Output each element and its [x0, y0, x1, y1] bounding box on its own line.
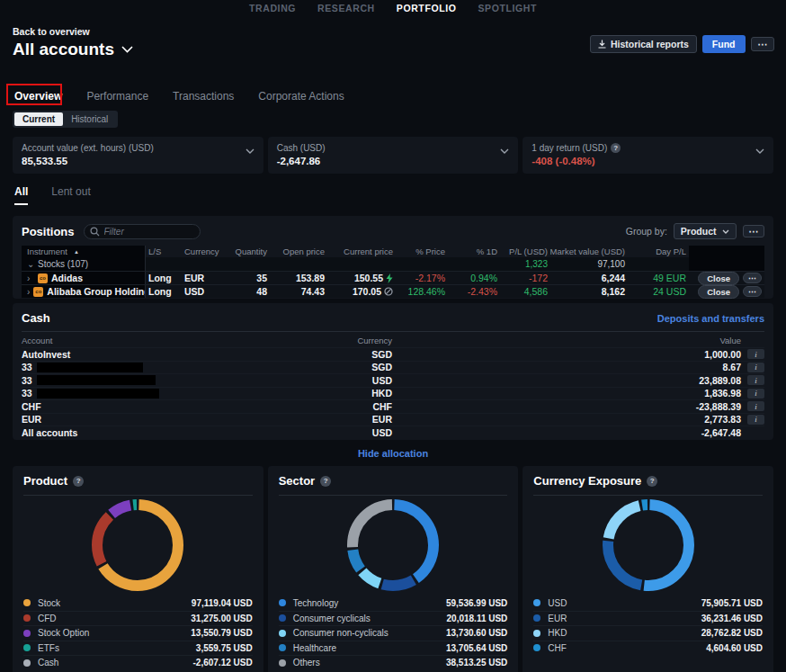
back-to-overview-link[interactable]: Back to overview	[13, 26, 133, 37]
account-name: 33	[22, 388, 32, 399]
positions-more-button[interactable]: ⋯	[743, 225, 765, 237]
account-name: 33	[22, 375, 32, 386]
legend-dot	[23, 644, 31, 651]
col-day-pl[interactable]: Day P/L	[628, 246, 689, 257]
nav-research[interactable]: RESEARCH	[317, 3, 375, 16]
row-more-button[interactable]: ⋯	[743, 273, 762, 283]
nav-spotlight[interactable]: SPOTLIGHT	[478, 3, 536, 16]
help-icon[interactable]: ?	[73, 476, 84, 487]
redacted-text	[37, 389, 159, 399]
tab-transactions[interactable]: Transactions	[173, 90, 234, 103]
tab-overview[interactable]: Overview	[14, 90, 62, 103]
header-more-button[interactable]: ⋯	[751, 37, 775, 51]
toggle-current[interactable]: Current	[14, 112, 63, 126]
col-value: Value	[392, 336, 741, 345]
toggle-historical[interactable]: Historical	[63, 112, 116, 126]
instrument-logo-icon: co	[33, 287, 43, 297]
position-row-alibaba[interactable]: › co Alibaba Group Holding Lt... Long US…	[22, 284, 764, 298]
col-cash-currency: Currency	[291, 336, 392, 345]
cash-total-row: All accounts USD -2,647.48	[22, 426, 764, 439]
row-more-button[interactable]: ⋯	[743, 286, 762, 297]
nav-trading[interactable]: TRADING	[249, 3, 296, 16]
top-navigation: TRADING RESEARCH PORTFOLIO SPOTLIGHT	[0, 0, 786, 16]
legend-item: USD75,905.71 USD	[533, 596, 763, 611]
day-pl-value: 24 USD	[628, 285, 689, 298]
expand-row-icon[interactable]: ›	[27, 273, 34, 283]
legend-item: CFD31,275.00 USD	[23, 611, 253, 626]
close-position-button[interactable]: Close	[698, 285, 739, 299]
tab-all[interactable]: All	[14, 185, 28, 205]
group-by-select[interactable]: Product	[674, 223, 737, 239]
instrument-name[interactable]: Adidas	[51, 273, 83, 283]
collapse-group-icon[interactable]: ⌄	[27, 259, 34, 269]
col-quantity[interactable]: Quantity	[225, 246, 270, 257]
currency-value: USD	[182, 285, 225, 298]
col-currency[interactable]: Currency	[182, 246, 225, 257]
day-return-card[interactable]: 1 day return (USD) ? -408 (-0.48%)	[523, 137, 773, 174]
account-name: 33	[22, 362, 32, 372]
legend-item: CHF4,604.60 USD	[533, 641, 763, 656]
tab-performance[interactable]: Performance	[86, 90, 148, 103]
product-allocation-card: Product ? Stock97,119.04 USD CFD31,275.0…	[13, 466, 263, 672]
help-icon[interactable]: ?	[320, 476, 331, 487]
col-pct-1d[interactable]: % 1D	[448, 246, 500, 257]
cash-card: Cash Deposits and transfers Account Curr…	[13, 303, 773, 440]
chevron-down-icon[interactable]	[755, 148, 764, 154]
cash-table-header: Account Currency Value	[22, 334, 764, 347]
legend-item: Healthcare13,705.64 USD	[279, 641, 508, 656]
currency-exposure-title: Currency Exposure	[533, 474, 641, 488]
account-name: AutoInvest	[22, 349, 291, 360]
pl-value: -172	[500, 272, 550, 284]
tab-corporate-actions[interactable]: Corporate Actions	[258, 90, 344, 103]
instrument-name[interactable]: Alibaba Group Holding Lt...	[47, 286, 146, 297]
info-button[interactable]: i	[747, 349, 764, 359]
open-price-value: 153.89	[270, 272, 327, 284]
search-icon	[90, 227, 100, 237]
legend-item: Others38,513.25 USD	[279, 655, 508, 670]
col-open-price[interactable]: Open price	[270, 246, 327, 257]
col-market-value[interactable]: Market value (USD)	[550, 246, 628, 257]
info-button[interactable]: i	[747, 363, 764, 372]
legend-item: Technology59,536.99 USD	[279, 596, 508, 611]
col-instrument[interactable]: Instrument▲	[22, 246, 146, 257]
col-account: Account	[22, 336, 291, 345]
hide-allocation-link[interactable]: Hide allocation	[358, 448, 428, 459]
historical-reports-button[interactable]: Historical reports	[590, 35, 697, 53]
legend-dot	[279, 614, 286, 622]
legend-dot	[279, 644, 286, 651]
positions-filter-input[interactable]	[84, 224, 201, 239]
product-title: Product	[23, 474, 67, 488]
info-button[interactable]: i	[747, 401, 764, 411]
positions-group-row[interactable]: ⌄ Stocks (107) 1,323 97,100	[22, 257, 764, 271]
help-icon[interactable]: ?	[611, 143, 621, 153]
expand-row-icon[interactable]: ›	[27, 287, 30, 297]
tab-lent-out[interactable]: Lent out	[51, 185, 90, 205]
cash-row: 33 SGD 8.67 i	[22, 361, 764, 374]
chevron-down-icon[interactable]	[500, 148, 509, 154]
fund-button[interactable]: Fund	[702, 35, 746, 53]
col-ls[interactable]: L/S	[146, 246, 182, 257]
legend-item: Consumer cyclicals20,018.11 USD	[279, 611, 508, 626]
chevron-down-icon[interactable]	[246, 148, 255, 154]
info-button[interactable]: i	[747, 415, 764, 425]
positions-table-header: Instrument▲ L/S Currency Quantity Open p…	[22, 246, 764, 257]
account-value-card[interactable]: Account value (ext. hours) (USD) 85,533.…	[13, 137, 263, 174]
cash-title: Cash	[22, 311, 50, 325]
currency-donut-chart	[533, 498, 763, 592]
help-icon[interactable]: ?	[647, 476, 657, 487]
deposits-transfers-link[interactable]: Deposits and transfers	[657, 313, 764, 324]
col-pct-price[interactable]: % Price	[396, 246, 448, 257]
position-row-adidas[interactable]: › co Adidas Long EUR 35 153.89 150.55 -2…	[22, 271, 764, 284]
cash-row: AutoInvest SGD 1,000.00 i	[22, 347, 764, 361]
col-current-price[interactable]: Current price	[327, 246, 396, 257]
nav-portfolio[interactable]: PORTFOLIO	[397, 3, 457, 16]
close-position-button[interactable]: Close	[698, 272, 739, 285]
col-pl[interactable]: P/L (USD)	[500, 246, 550, 257]
info-button[interactable]: i	[747, 375, 764, 385]
account-selector[interactable]: All accounts	[13, 40, 133, 59]
cash-card-summary[interactable]: Cash (USD) -2,647.86	[268, 137, 519, 174]
sector-donut-chart	[279, 498, 508, 592]
info-button[interactable]: i	[747, 389, 764, 399]
group-pl: 1,323	[500, 257, 550, 271]
instrument-logo-icon: co	[38, 273, 48, 283]
